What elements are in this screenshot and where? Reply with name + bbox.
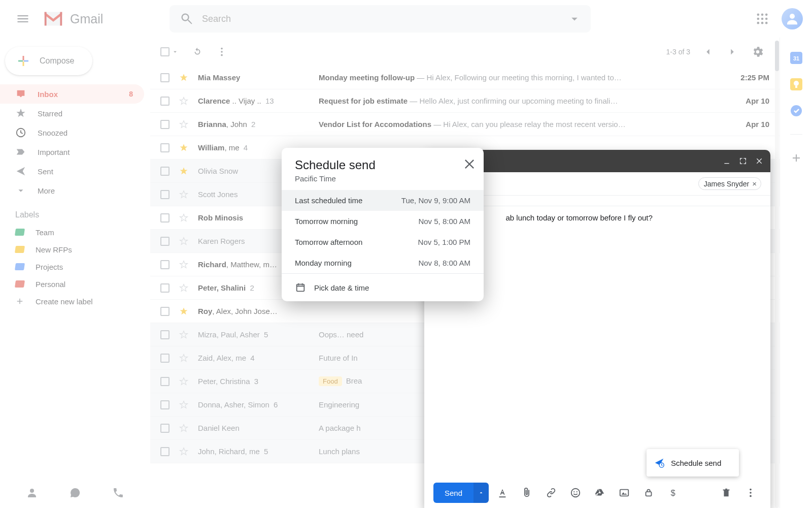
- remove-recipient-icon[interactable]: ×: [752, 179, 757, 188]
- schedule-option[interactable]: Tomorrow afternoonNov 5, 1:00 PM: [282, 232, 484, 252]
- refresh-icon[interactable]: [192, 46, 203, 57]
- schedule-send-popover[interactable]: Schedule send: [647, 449, 739, 477]
- label-new-rfps[interactable]: New RFPs: [0, 241, 150, 258]
- email-checkbox[interactable]: [160, 354, 170, 363]
- email-checkbox[interactable]: [160, 400, 170, 409]
- search-options-icon[interactable]: [567, 12, 582, 26]
- scrollbar-thumb[interactable]: [775, 41, 779, 71]
- pick-date-time-button[interactable]: Pick date & time: [282, 274, 484, 301]
- hamburger-menu-button[interactable]: [9, 5, 37, 33]
- star-icon[interactable]: [179, 400, 189, 410]
- star-icon[interactable]: [179, 96, 189, 106]
- minimize-icon[interactable]: [723, 157, 731, 165]
- star-icon[interactable]: [179, 330, 189, 340]
- more-icon[interactable]: [745, 487, 756, 498]
- search-input[interactable]: [202, 14, 567, 24]
- image-icon[interactable]: [619, 487, 630, 498]
- drive-icon[interactable]: [594, 487, 605, 498]
- sidebar-item-snoozed[interactable]: Snoozed: [0, 123, 144, 142]
- email-checkbox[interactable]: [160, 167, 170, 176]
- prev-page-icon[interactable]: [702, 46, 714, 57]
- confidential-icon[interactable]: [643, 487, 654, 498]
- recipient-chip[interactable]: James Snyder ×: [698, 177, 761, 190]
- email-checkbox[interactable]: [160, 213, 170, 223]
- email-checkbox[interactable]: [160, 377, 170, 386]
- emoji-icon[interactable]: [570, 487, 581, 498]
- email-checkbox[interactable]: [160, 330, 170, 339]
- star-icon[interactable]: [179, 73, 189, 83]
- svg-point-12: [221, 48, 223, 50]
- star-icon[interactable]: [179, 236, 189, 246]
- star-icon[interactable]: [179, 283, 189, 293]
- modal-close-icon[interactable]: [462, 157, 477, 171]
- email-checkbox[interactable]: [160, 120, 170, 129]
- email-checkbox[interactable]: [160, 97, 170, 106]
- star-icon[interactable]: [179, 213, 189, 223]
- search-bar[interactable]: [170, 5, 591, 33]
- email-row[interactable]: Brianna, John 2 Vendor List for Accomoda…: [150, 113, 780, 136]
- svg-point-29: [750, 495, 752, 497]
- star-icon[interactable]: [179, 189, 189, 200]
- select-dropdown-icon[interactable]: [172, 46, 179, 57]
- star-icon[interactable]: [179, 376, 189, 387]
- schedule-option[interactable]: Tomorrow morningNov 5, 8:00 AM: [282, 211, 484, 232]
- link-icon[interactable]: [546, 487, 557, 498]
- logo-area: Gmail: [42, 7, 103, 30]
- star-icon[interactable]: [179, 423, 189, 433]
- apps-grid-icon[interactable]: [755, 12, 769, 26]
- contacts-icon[interactable]: [26, 487, 38, 499]
- settings-gear-icon[interactable]: [751, 45, 764, 58]
- label-projects[interactable]: Projects: [0, 258, 150, 275]
- scrollbar[interactable]: [775, 41, 779, 508]
- sidebar-item-inbox[interactable]: Inbox 8: [0, 84, 144, 104]
- email-checkbox[interactable]: [160, 190, 170, 199]
- keep-addon-icon[interactable]: [790, 78, 802, 90]
- send-button[interactable]: Send: [433, 483, 473, 503]
- email-checkbox[interactable]: [160, 307, 170, 316]
- close-icon[interactable]: [755, 157, 763, 165]
- fullscreen-icon[interactable]: [739, 157, 747, 165]
- send-options-button[interactable]: [473, 483, 489, 503]
- email-sender: Mia Massey: [198, 73, 310, 82]
- compose-button[interactable]: Compose: [5, 47, 92, 75]
- more-actions-icon[interactable]: [216, 46, 227, 57]
- label-team[interactable]: Team: [0, 224, 150, 241]
- calendar-addon-icon[interactable]: 31: [790, 52, 802, 64]
- sidebar-item-more[interactable]: More: [0, 181, 144, 200]
- email-checkbox[interactable]: [160, 283, 170, 293]
- star-icon[interactable]: [179, 353, 189, 363]
- tasks-addon-icon[interactable]: [790, 105, 802, 117]
- label-personal[interactable]: Personal: [0, 275, 150, 293]
- chat-icon[interactable]: [69, 487, 81, 499]
- create-label-button[interactable]: Create new label: [0, 293, 150, 310]
- email-checkbox[interactable]: [160, 237, 170, 246]
- email-checkbox[interactable]: [160, 143, 170, 152]
- attach-icon[interactable]: [521, 487, 532, 498]
- email-row[interactable]: Mia Massey Monday meeting follow-up — Hi…: [150, 66, 780, 89]
- email-checkbox[interactable]: [160, 424, 170, 433]
- phone-icon[interactable]: [112, 487, 124, 499]
- money-icon[interactable]: $: [667, 487, 679, 498]
- account-avatar[interactable]: [782, 8, 803, 29]
- formatting-icon[interactable]: [497, 487, 508, 498]
- email-checkbox[interactable]: [160, 260, 170, 269]
- star-icon[interactable]: [179, 143, 189, 153]
- discard-icon[interactable]: [721, 487, 732, 498]
- select-all-checkbox[interactable]: [160, 47, 170, 56]
- email-row[interactable]: Clarence .. Vijay .. 13 Request for job …: [150, 89, 780, 113]
- star-icon[interactable]: [179, 260, 189, 270]
- svg-point-0: [757, 14, 760, 16]
- schedule-option[interactable]: Last scheduled timeTue, Nov 9, 9:00 AM: [282, 190, 484, 211]
- email-checkbox[interactable]: [160, 73, 170, 82]
- sidebar-item-sent[interactable]: Sent: [0, 162, 144, 181]
- next-page-icon[interactable]: [727, 46, 738, 57]
- schedule-option[interactable]: Monday morningNov 8, 8:00 AM: [282, 252, 484, 273]
- star-icon[interactable]: [179, 119, 189, 130]
- star-icon[interactable]: [179, 306, 189, 316]
- star-icon[interactable]: [179, 166, 189, 176]
- sidebar-item-important[interactable]: Important: [0, 142, 144, 162]
- star-icon[interactable]: [179, 447, 189, 457]
- email-checkbox[interactable]: [160, 447, 170, 456]
- sidebar-item-starred[interactable]: Starred: [0, 104, 144, 123]
- get-addons-icon[interactable]: [790, 152, 802, 164]
